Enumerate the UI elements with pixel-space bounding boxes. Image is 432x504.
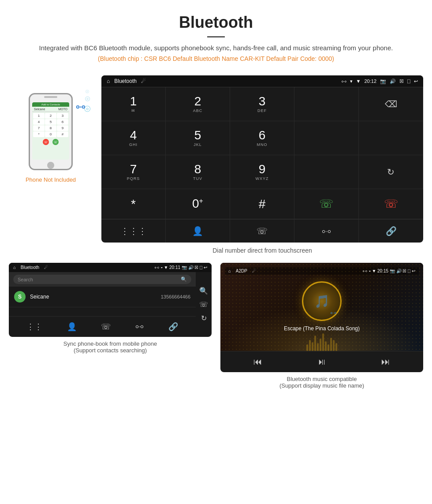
pb-side-call-icon[interactable]: ☏ <box>199 300 208 309</box>
phonebook-caption-line1: Sync phone-book from mobile phone <box>9 340 212 347</box>
next-track-btn[interactable]: ⏭ <box>381 357 390 367</box>
pb-status-bar: ⌂ Bluetooth ☄ ⯻ ▾ ▼ 20:11 📷 🔊 ☒ ⎕ ↩ <box>9 263 212 272</box>
signal-icon: ▼ <box>356 78 361 84</box>
page-title: Bluetooth <box>9 13 423 32</box>
phone-wrap: ⦾ ⦾ ⦾ ⯻ Add to Contacts SeicaneMOTO 123 … <box>29 93 73 170</box>
phonebook-caption-line2: (Support contacts searching) <box>9 347 212 354</box>
redial-key[interactable]: ↻ <box>359 155 423 189</box>
phone-illustration: ⦾ ⦾ ⦾ ⯻ Add to Contacts SeicaneMOTO 123 … <box>9 75 93 183</box>
dial-key-5[interactable]: 5 JKL <box>166 121 230 155</box>
pb-home-icon[interactable]: ⌂ <box>13 265 16 270</box>
keypad-icon[interactable]: ⋮⋮⋮ <box>101 220 166 243</box>
dial-key-0[interactable]: 0+ <box>166 189 230 219</box>
call-red-button[interactable]: ☏ <box>359 189 423 219</box>
main-section: ⦾ ⦾ ⦾ ⯻ Add to Contacts SeicaneMOTO 123 … <box>0 75 432 263</box>
dial-key-1[interactable]: 1 ✉ <box>101 87 166 121</box>
contacts-icon[interactable]: 👤 <box>166 220 230 243</box>
end-call-button[interactable]: ☏ <box>43 139 49 145</box>
music-caption-line1: Bluetooth music compatible <box>220 376 423 382</box>
prev-track-btn[interactable]: ⏮ <box>253 357 262 367</box>
bluetooth-bottom-icon[interactable]: ⯻ <box>294 220 359 243</box>
header-specs: (Bluetooth chip : CSR BC6 Default Blueto… <box>9 55 423 62</box>
pb-search-icon[interactable]: 🔍 <box>181 276 187 282</box>
pb-side-search-icon[interactable]: 🔍 <box>199 287 208 295</box>
pb-link-btn[interactable]: 🔗 <box>168 322 178 332</box>
pb-vol-icon[interactable]: 🔊 <box>188 265 194 270</box>
camera-icon[interactable]: 📷 <box>380 78 386 84</box>
call-button[interactable]: ☏ <box>52 139 59 145</box>
phonebook-block: ⌂ Bluetooth ☄ ⯻ ▾ ▼ 20:11 📷 🔊 ☒ ⎕ ↩ <box>9 263 212 389</box>
music-song-title: Escape (The Pina Colada Song) <box>284 325 360 332</box>
home-icon[interactable]: ⌂ <box>107 78 110 84</box>
music-bg: ⌂ A2DP ☄ ⯻ ▾ ▼ 20:15 📷 🔊 ☒ ⎕ ↩ <box>220 263 423 351</box>
settings-icon[interactable]: 🔗 <box>359 220 423 243</box>
window-icon[interactable]: ⎕ <box>407 78 410 84</box>
play-pause-btn[interactable]: ⏯ <box>317 357 326 367</box>
pb-sidebar: 🔍 ☏ ↻ <box>196 272 212 337</box>
dial-status-bar: ⌂ Bluetooth ☄ ⯻ ▾ ▼ 20:12 📷 🔊 ☒ ⎕ ↩ <box>101 75 423 87</box>
volume-icon[interactable]: 🔊 <box>390 78 396 84</box>
music-caption-line2: (Support display music file name) <box>220 382 423 389</box>
phonebook-screenshot: ⌂ Bluetooth ☄ ⯻ ▾ ▼ 20:11 📷 🔊 ☒ ⎕ ↩ <box>9 263 212 337</box>
phone-home-button[interactable] <box>47 162 54 169</box>
dial-empty-3 <box>294 155 359 189</box>
dial-display-area <box>294 87 359 121</box>
status-left: ⌂ Bluetooth ☄ <box>107 78 146 84</box>
pb-bottom-bar: ⋮⋮ 👤 ☏ ⯻ 🔗 <box>9 316 196 337</box>
screen-header: Add to Contacts <box>32 102 69 107</box>
phone-screen: Add to Contacts SeicaneMOTO 123 456 789 … <box>32 102 69 160</box>
title-divider <box>207 36 225 37</box>
header-description: Integrated with BC6 Bluetooth module, su… <box>9 44 423 52</box>
pb-bt-btn[interactable]: ⯻ <box>136 322 144 332</box>
music-bt-overlay-icon: ⯻ <box>331 309 337 316</box>
pb-contacts-btn[interactable]: 👤 <box>67 322 77 332</box>
pb-title: Bluetooth <box>21 265 39 270</box>
pb-side-refresh-icon[interactable]: ↻ <box>201 314 207 322</box>
pb-close-icon[interactable]: ☒ <box>194 265 198 270</box>
pb-loc-icon: ▾ <box>160 265 163 270</box>
pb-back-icon[interactable]: ↩ <box>204 265 207 270</box>
pb-content: Search 🔍 S Seicane 13566664466 ⋮⋮ <box>9 272 212 337</box>
dial-empty-2 <box>359 121 423 155</box>
dial-empty-1 <box>294 121 359 155</box>
status-right: ⯻ ▾ ▼ 20:12 📷 🔊 ☒ ⎕ ↩ <box>342 78 418 84</box>
bluetooth-icon: ⯻ <box>76 102 85 112</box>
pb-status-right: ⯻ ▾ ▼ 20:11 📷 🔊 ☒ ⎕ ↩ <box>155 265 207 270</box>
music-note-icon: 🎵 <box>314 294 330 309</box>
dial-bottom-bar: ⋮⋮⋮ 👤 ☏ ⯻ 🔗 <box>101 219 423 243</box>
dial-key-3[interactable]: 3 DEF <box>230 87 294 121</box>
dial-key-8[interactable]: 8 TUV <box>166 155 230 189</box>
phone-icon[interactable]: ☏ <box>230 220 294 243</box>
pb-win-icon[interactable]: ⎕ <box>200 265 202 270</box>
pb-contact-row[interactable]: S Seicane 13566664466 <box>9 287 196 307</box>
dial-key-4[interactable]: 4 GHI <box>101 121 166 155</box>
back-icon[interactable]: ↩ <box>414 78 418 84</box>
dial-screen: ⌂ Bluetooth ☄ ⯻ ▾ ▼ 20:12 📷 🔊 ☒ ⎕ ↩ <box>101 75 423 243</box>
call-green-button[interactable]: ☏ <box>294 189 359 219</box>
pb-avatar-initial: S <box>18 294 22 300</box>
phone-not-included-label: Phone Not Included <box>9 176 93 183</box>
pb-cam-icon[interactable]: 📷 <box>182 265 187 270</box>
pb-bt-icon: ⯻ <box>155 265 159 270</box>
bluetooth-label: Bluetooth <box>114 78 137 84</box>
music-caption: Bluetooth music compatible (Support disp… <box>220 372 423 389</box>
pb-signal: ▼ <box>164 265 168 270</box>
dial-key-star[interactable]: * <box>101 189 166 219</box>
backspace-key[interactable]: ⌫ <box>359 87 423 121</box>
dial-key-2[interactable]: 2 ABC <box>166 87 230 121</box>
dial-grid: 1 ✉ 2 ABC 3 DEF ⌫ 4 GHI <box>101 87 423 219</box>
pb-contact-avatar: S <box>14 291 26 302</box>
location-icon: ▾ <box>350 78 353 84</box>
dial-key-7[interactable]: 7 PQRS <box>101 155 166 189</box>
pb-search-placeholder: Search <box>18 277 33 282</box>
music-screenshot: ⌂ A2DP ☄ ⯻ ▾ ▼ 20:15 📷 🔊 ☒ ⎕ ↩ <box>220 263 423 372</box>
dial-key-9[interactable]: 9 WXYZ <box>230 155 294 189</box>
pb-contact-name: Seicane <box>30 294 161 300</box>
close-icon[interactable]: ☒ <box>399 78 404 84</box>
pb-search-input[interactable]: Search 🔍 <box>13 275 191 284</box>
page-header: Bluetooth Integrated with BC6 Bluetooth … <box>0 0 432 75</box>
dial-key-6[interactable]: 6 MNO <box>230 121 294 155</box>
dial-key-hash[interactable]: # <box>230 189 294 219</box>
pb-phone-btn[interactable]: ☏ <box>101 322 111 332</box>
pb-keypad-btn[interactable]: ⋮⋮ <box>26 322 42 332</box>
